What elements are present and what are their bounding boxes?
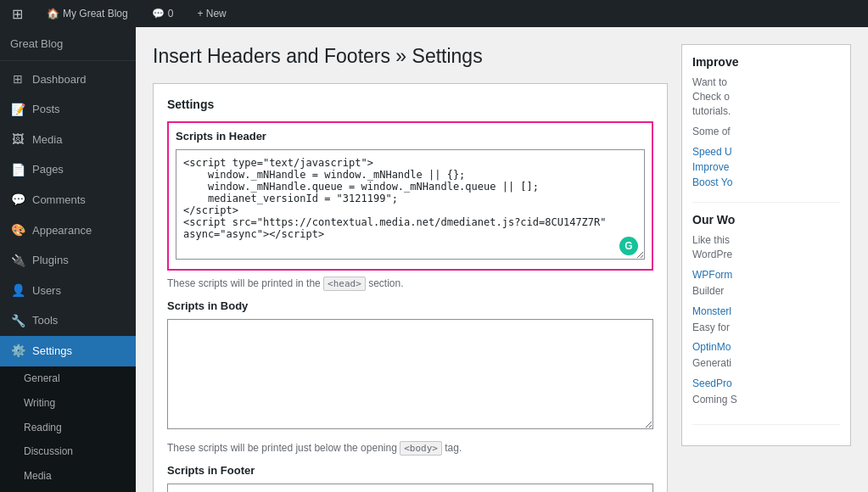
right-sidebar: Improve Want toCheck otutorials. Some of… (681, 44, 851, 475)
improve-title: Improve (692, 55, 840, 69)
home-icon: 🏠 (47, 8, 59, 20)
plugins-icon: 🔌 (10, 253, 25, 270)
body-section-label: Scripts in Body (167, 299, 653, 312)
grammarly-icon[interactable]: G (619, 237, 638, 255)
monster-sub: Easy for (692, 321, 840, 335)
dashboard-icon: ⊞ (10, 71, 25, 88)
right-panel-improve: Improve Want toCheck otutorials. Some of… (681, 44, 851, 446)
sub-label: Discussion (24, 444, 73, 459)
header-section-label: Scripts in Header (176, 130, 645, 143)
main-layout: Great Blog ⊞ Dashboard 📝 Posts 🖼 Media 📄… (0, 27, 868, 492)
settings-box-title: Settings (167, 98, 653, 111)
sidebar-item-comments[interactable]: 💬 Comments (0, 185, 136, 215)
seedpro-sub: Coming S (692, 393, 840, 407)
boost-link[interactable]: Boost Yo (692, 176, 840, 188)
sidebar-site-name: Great Blog (0, 31, 136, 61)
body-helper-code: <body> (400, 441, 442, 456)
sidebar-sub-discussion[interactable]: Discussion (0, 439, 136, 464)
wp-logo-button[interactable]: ⊞ (7, 0, 28, 27)
sidebar-sub-media-settings[interactable]: Media (0, 464, 136, 489)
optinmo-link[interactable]: OptinMo (692, 341, 840, 353)
settings-box: Settings Scripts in Header <script type=… (153, 83, 668, 492)
main-content: Insert Headers and Footers » Settings Se… (153, 44, 668, 475)
our-work-title: Our Wo (692, 213, 840, 226)
sub-label: General (24, 372, 60, 386)
improve-text: Want toCheck otutorials. (692, 75, 840, 118)
optinmo-sub: Generati (692, 356, 840, 371)
wpform-link[interactable]: WPForm (692, 269, 840, 281)
sidebar-item-label: Users (32, 283, 61, 299)
seedpro-link[interactable]: SeedPro (692, 377, 840, 389)
sidebar-sub-reading[interactable]: Reading (0, 416, 136, 440)
sidebar-item-label: Media (32, 132, 62, 148)
our-work-text: Like thisWordPre (692, 233, 840, 262)
sidebar-item-label: Appearance (32, 223, 92, 238)
helper-code: <head> (323, 277, 366, 291)
comments-button[interactable]: 💬 0 (147, 0, 179, 27)
footer-scripts-textarea[interactable] (167, 484, 653, 492)
settings-submenu: General Writing Reading Discussion Media… (0, 366, 136, 492)
sidebar-item-label: Posts (32, 102, 60, 117)
sidebar-item-plugins[interactable]: 🔌 Plugins (0, 246, 136, 277)
sidebar-item-label: Settings (32, 344, 72, 359)
content-area: Insert Headers and Footers » Settings Se… (136, 27, 868, 492)
wpform-sub: Builder (692, 284, 840, 299)
improve-text2: Some of (692, 125, 840, 139)
body-helper-after: tag. (445, 442, 462, 454)
body-scripts-textarea[interactable] (167, 319, 653, 429)
sidebar-sub-writing[interactable]: Writing (0, 391, 136, 416)
appearance-icon: 🎨 (10, 222, 25, 239)
header-section: Scripts in Header <script type="text/jav… (167, 121, 653, 271)
footer-section-label: Scripts in Footer (167, 464, 653, 477)
page-title: Insert Headers and Footers » Settings (153, 44, 668, 70)
sidebar-item-label: Comments (32, 193, 86, 208)
new-content-button[interactable]: + New (192, 0, 231, 27)
pages-icon: 📄 (10, 162, 25, 179)
sidebar-item-users[interactable]: 👤 Users (0, 276, 136, 306)
comments-nav-icon: 💬 (10, 192, 25, 209)
speed-up-link[interactable]: Speed U (692, 146, 840, 158)
sidebar-item-tools[interactable]: 🔧 Tools (0, 306, 136, 337)
sidebar-item-media[interactable]: 🖼 Media (0, 125, 136, 155)
body-helper-text: These scripts will be printed just below… (167, 442, 653, 454)
body-helper-before: These scripts will be printed just below… (167, 442, 397, 454)
sidebar-item-label: Dashboard (32, 72, 87, 87)
site-name-button[interactable]: 🏠 My Great Blog (42, 0, 133, 27)
comments-icon: 💬 (152, 8, 165, 20)
site-name-label: My Great Blog (63, 8, 128, 20)
sidebar-item-settings[interactable]: ⚙️ Settings (0, 336, 136, 366)
footer-section: Scripts in Footer (167, 464, 653, 492)
tools-icon: 🔧 (10, 313, 25, 330)
sub-label: Reading (24, 421, 62, 435)
sidebar-item-pages[interactable]: 📄 Pages (0, 155, 136, 186)
wp-logo-icon: ⊞ (12, 6, 23, 22)
body-section: Scripts in Body (167, 299, 653, 432)
sub-label: Writing (24, 396, 55, 411)
helper-text-after: section. (368, 277, 403, 289)
sub-label: Media (24, 469, 52, 484)
settings-icon: ⚙️ (10, 343, 25, 360)
sidebar-sub-general[interactable]: General (0, 366, 136, 391)
comments-count: 0 (168, 8, 174, 20)
our-work-section: Our Wo Like thisWordPre WPForm Builder M… (692, 213, 840, 425)
sidebar-item-posts[interactable]: 📝 Posts (0, 95, 136, 126)
sidebar-item-label: Pages (32, 162, 64, 177)
sidebar-item-label: Plugins (32, 253, 69, 268)
sidebar-item-label: Tools (32, 313, 58, 328)
monster-link[interactable]: Monsterl (692, 305, 840, 317)
improve-link[interactable]: Improve (692, 161, 840, 173)
improve-section: Improve Want toCheck otutorials. Some of… (692, 55, 840, 203)
media-icon: 🖼 (10, 131, 25, 148)
header-scripts-textarea[interactable]: <script type="text/javascript"> window._… (176, 149, 645, 260)
admin-bar: ⊞ 🏠 My Great Blog 💬 0 + New (0, 0, 868, 27)
header-helper-text: These scripts will be printed in the <he… (167, 277, 653, 289)
sidebar-sub-permalinks[interactable]: Permalinks (0, 489, 136, 492)
posts-icon: 📝 (10, 102, 25, 119)
sidebar-item-appearance[interactable]: 🎨 Appearance (0, 215, 136, 246)
sidebar: Great Blog ⊞ Dashboard 📝 Posts 🖼 Media 📄… (0, 27, 136, 492)
new-content-label: + New (197, 8, 226, 20)
helper-text-before: These scripts will be printed in the (167, 277, 321, 289)
sidebar-item-dashboard[interactable]: ⊞ Dashboard (0, 64, 136, 95)
users-icon: 👤 (10, 282, 25, 299)
